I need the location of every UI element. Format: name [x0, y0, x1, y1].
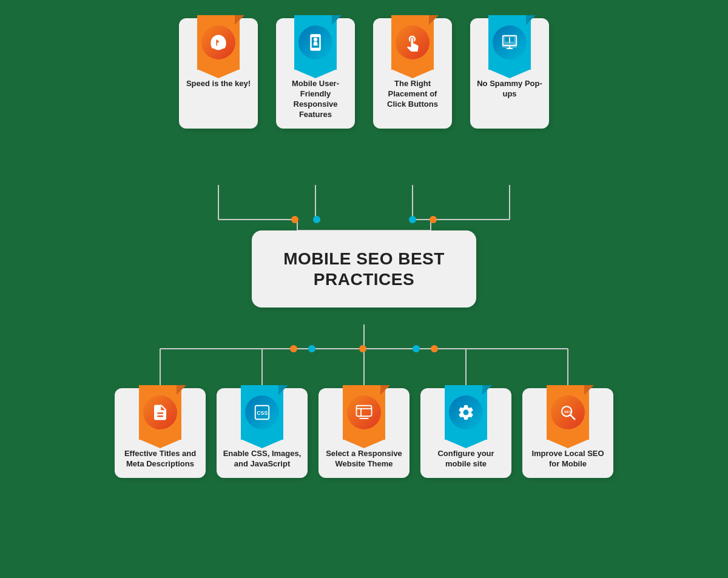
ribbon-fold-click	[429, 15, 439, 25]
icon-monitor	[493, 25, 527, 59]
ribbon-fold-css	[278, 385, 288, 395]
card-mobile-friendly: Mobile User-Friendly Responsive Features	[276, 18, 355, 129]
card-css-label: Enable CSS, Images, and JavaScript	[217, 449, 308, 469]
icon-touch	[396, 25, 430, 59]
svg-text:SEO: SEO	[564, 410, 571, 414]
svg-line-43	[570, 415, 575, 419]
icon-layout	[347, 395, 381, 429]
svg-point-22	[291, 216, 298, 223]
top-row: Speed is the key! Mobile User-Friendly R…	[179, 18, 549, 129]
icon-mobile	[298, 25, 332, 59]
icon-css: CSS	[245, 395, 279, 429]
layout-icon	[355, 403, 373, 422]
icon-gear	[449, 395, 483, 429]
card-mobile-site: Configure your mobile site	[420, 388, 511, 478]
card-click-buttons: The Right Placement of Click Buttons	[373, 18, 452, 129]
css-icon: CSS	[253, 403, 271, 422]
ribbon-fold-popups	[526, 15, 536, 25]
seo-icon: SEO	[559, 403, 577, 422]
ribbon-fold-theme	[380, 385, 390, 395]
svg-point-23	[313, 216, 320, 223]
svg-point-24	[409, 216, 416, 223]
svg-point-31	[314, 38, 317, 41]
card-mobile-friendly-label: Mobile User-Friendly Responsive Features	[276, 79, 355, 120]
bottom-row: Effective Titles and Meta Descriptions C…	[115, 388, 613, 478]
ribbon-css: CSS	[241, 385, 283, 443]
svg-point-28	[359, 345, 366, 352]
ribbon-speed	[197, 15, 240, 73]
diagram-container: Speed is the key! Mobile User-Friendly R…	[0, 0, 728, 578]
ribbon-fold-seo	[584, 385, 594, 395]
card-speed-label: Speed is the key!	[181, 79, 255, 89]
center-card-wrapper: MOBILE SEO BESTPRACTICES	[252, 230, 476, 307]
ribbon-fold-mobile	[332, 15, 342, 25]
ribbon-fold-speed	[235, 15, 244, 25]
svg-point-29	[413, 345, 420, 352]
svg-point-35	[509, 42, 510, 43]
ribbon-mobile	[294, 15, 337, 73]
svg-point-25	[430, 216, 437, 223]
svg-point-30	[431, 345, 438, 352]
monitor-icon	[500, 33, 519, 52]
card-css: CSS Enable CSS, Images, and JavaScript	[217, 388, 308, 478]
icon-seo: SEO	[551, 395, 585, 429]
svg-point-27	[308, 345, 315, 352]
card-titles-meta: Effective Titles and Meta Descriptions	[115, 388, 206, 478]
svg-rect-38	[357, 406, 372, 417]
ribbon-fold-titles	[177, 385, 186, 395]
ribbon-click	[391, 15, 434, 73]
ribbon-theme	[343, 385, 385, 443]
card-click-buttons-label: The Right Placement of Click Buttons	[373, 79, 452, 110]
ribbon-seo: SEO	[547, 385, 589, 443]
card-mobile-site-label: Configure your mobile site	[420, 449, 511, 469]
card-responsive-theme-label: Select a Responsive Website Theme	[318, 449, 410, 469]
card-titles-meta-label: Effective Titles and Meta Descriptions	[115, 449, 206, 469]
icon-document	[143, 395, 177, 429]
center-card: MOBILE SEO BESTPRACTICES	[252, 230, 476, 307]
ribbon-fold-mobile-site	[482, 385, 492, 395]
ribbon-mobile-site	[445, 385, 487, 443]
card-local-seo-label: Improve Local SEO for Mobile	[522, 449, 613, 469]
phone-icon	[306, 33, 325, 52]
icon-speed	[201, 25, 235, 59]
center-title: MOBILE SEO BESTPRACTICES	[276, 249, 452, 289]
card-speed: Speed is the key!	[179, 18, 258, 129]
gear-icon	[457, 403, 475, 422]
card-local-seo: SEO Improve Local SEO for Mobile	[522, 388, 613, 478]
document-icon	[151, 403, 169, 422]
svg-point-26	[290, 345, 297, 352]
speed-icon	[209, 33, 228, 52]
svg-text:CSS: CSS	[257, 410, 268, 416]
touch-icon	[403, 33, 422, 52]
ribbon-popups	[488, 15, 531, 73]
card-no-popups: No Spammy Pop-ups	[470, 18, 549, 129]
card-no-popups-label: No Spammy Pop-ups	[470, 79, 549, 99]
ribbon-titles	[139, 385, 181, 443]
card-responsive-theme: Select a Responsive Website Theme	[318, 388, 410, 478]
